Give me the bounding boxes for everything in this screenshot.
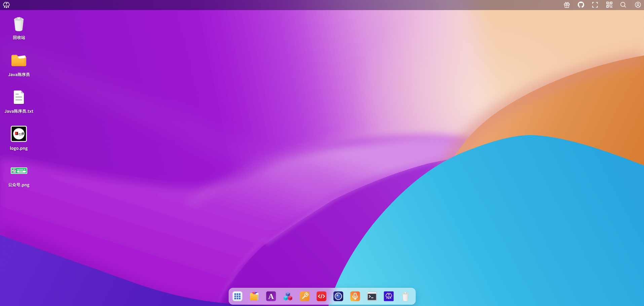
- svg-text:A: A: [268, 292, 274, 301]
- svg-text:ava: ava: [18, 132, 22, 135]
